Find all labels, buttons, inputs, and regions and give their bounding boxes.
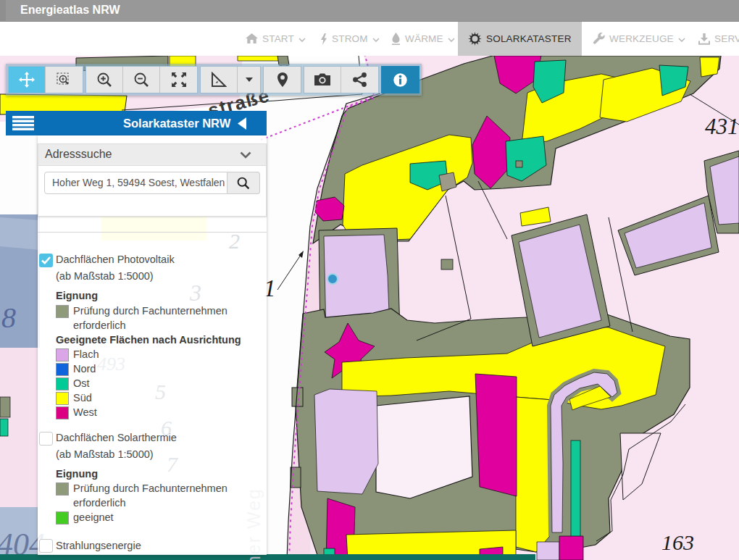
svg-text:163: 163 (661, 530, 694, 554)
svg-text:431: 431 (705, 114, 739, 139)
